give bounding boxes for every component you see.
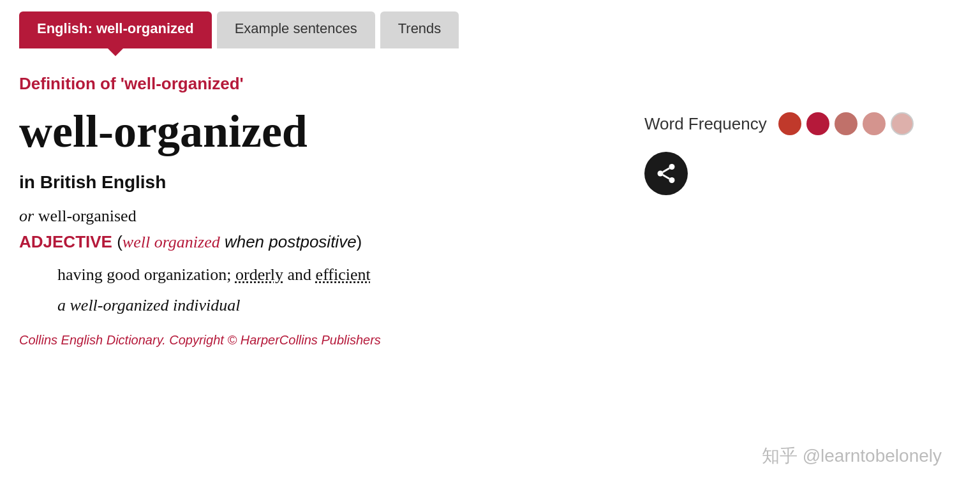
tab-active[interactable]: English: well-organized — [19, 11, 212, 48]
adjective-line: ADJECTIVE (well organized when postposit… — [19, 232, 593, 252]
page-wrapper: English: well-organized Example sentence… — [0, 0, 980, 486]
definition-underline2: efficient — [316, 265, 371, 284]
tab-example-sentences[interactable]: Example sentences — [217, 11, 375, 48]
word-frequency-row: Word Frequency — [644, 112, 914, 135]
frequency-dot-3 — [835, 112, 858, 135]
share-button[interactable] — [644, 152, 688, 195]
frequency-dots — [778, 112, 914, 135]
alt-spelling: or well-organised — [19, 207, 593, 226]
definition-heading: Definition of 'well-organized' — [19, 74, 593, 94]
adjective-open: ( — [112, 232, 122, 251]
svg-point-0 — [669, 164, 675, 170]
copyright-text: Collins English Dictionary. Copyright © … — [19, 333, 593, 348]
definition-mid: and — [283, 265, 316, 284]
alt-spelling-text: well-organised — [38, 207, 137, 225]
adjective-italic: well organized — [122, 233, 220, 251]
frequency-dot-5 — [891, 112, 914, 135]
tab-bar: English: well-organized Example sentence… — [0, 0, 980, 48]
adjective-postpositive: when postpositive — [220, 232, 357, 251]
adjective-label: ADJECTIVE — [19, 232, 112, 251]
word-frequency-label: Word Frequency — [644, 114, 767, 134]
tab-trends[interactable]: Trends — [380, 11, 459, 48]
example-sentence: a well-organized individual — [57, 296, 593, 315]
definition-text-start: having good organization; — [57, 265, 235, 284]
definition-text: having good organization; orderly and ef… — [57, 263, 593, 286]
left-column: Definition of 'well-organized' well-orga… — [19, 74, 593, 348]
main-content: Definition of 'well-organized' well-orga… — [0, 48, 980, 367]
frequency-dot-1 — [778, 112, 801, 135]
svg-point-1 — [658, 171, 664, 177]
definition-underline1: orderly — [235, 265, 283, 284]
word-title: well-organized — [19, 107, 593, 157]
svg-point-2 — [669, 177, 675, 183]
frequency-dot-2 — [806, 112, 829, 135]
right-column: Word Frequency — [593, 74, 914, 348]
frequency-dot-4 — [863, 112, 886, 135]
adjective-close: ) — [357, 232, 362, 251]
svg-line-3 — [663, 175, 669, 179]
svg-line-4 — [663, 168, 669, 172]
word-language: in British English — [19, 172, 593, 193]
alt-spelling-prefix: or — [19, 207, 38, 225]
share-icon — [655, 162, 678, 185]
watermark: 知乎 @learntobelonely — [762, 444, 942, 468]
